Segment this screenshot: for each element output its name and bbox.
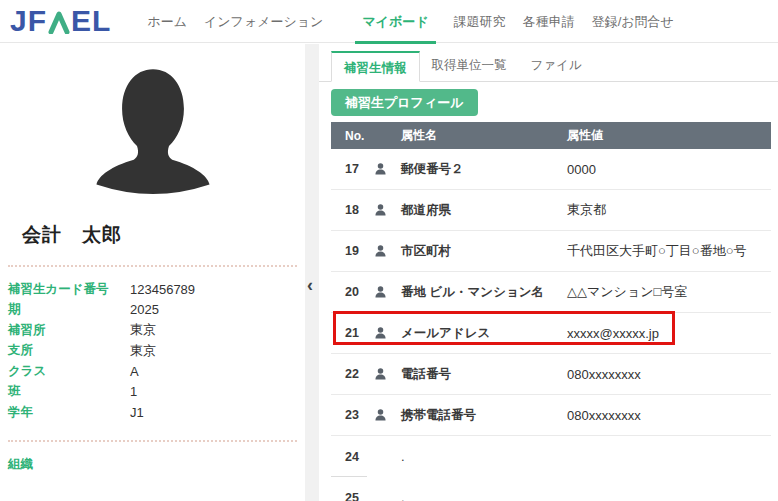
- row-number: 24: [345, 450, 375, 464]
- row-number: 17: [345, 162, 375, 176]
- attribute-value: 080xxxxxxxx: [567, 408, 771, 423]
- attributes-table: No. 属性名 属性値 17 郵便番号２ 0000 18 都道府県 東京都: [331, 122, 771, 501]
- logo-caret-icon: [48, 10, 70, 34]
- attribute-value: xxxxx@xxxxx.jp: [567, 326, 771, 341]
- profile-name: 会計 太郎: [22, 222, 305, 248]
- jfael-logo[interactable]: JF EL: [10, 6, 111, 36]
- page: JF EL ホーム インフォメーション マイボード 課題研究 各種申請 登録/お…: [0, 0, 778, 501]
- profile-field-row: 補習所 東京: [8, 320, 297, 341]
- person-silhouette-icon: [89, 52, 217, 208]
- field-label: 学年: [8, 404, 130, 421]
- dotted-divider: [8, 265, 297, 267]
- nav-item[interactable]: マイボード: [362, 0, 428, 43]
- logo-text-jf: JF: [10, 6, 47, 36]
- person-icon: [375, 327, 401, 339]
- nav-item-label: 各種申請: [523, 14, 575, 29]
- field-value: J1: [130, 405, 144, 420]
- logo-text-el: EL: [71, 6, 111, 36]
- nav-item-label: ホーム: [147, 14, 187, 29]
- profile-field-row: 期 2025: [8, 300, 297, 321]
- attribute-name: 電話番号: [401, 366, 567, 383]
- table-row: 23 携帯電話番号 080xxxxxxxx: [331, 395, 771, 436]
- attribute-value: 0000: [567, 162, 771, 177]
- attribute-value: 080xxxxxxxx: [567, 367, 771, 382]
- person-icon: [375, 368, 401, 380]
- table-body: 17 郵便番号２ 0000 18 都道府県 東京都 19: [331, 149, 771, 501]
- field-label: 補習所: [8, 322, 130, 339]
- sidebar-collapse-strip: ‹: [305, 44, 319, 501]
- profile-field-row: 班 1: [8, 382, 297, 403]
- tab[interactable]: ファイル: [519, 50, 594, 81]
- tab-label: 補習生情報: [344, 61, 407, 75]
- profile-sidebar: 会計 太郎 補習生カード番号 123456789 期 2025 補習所 東京 支…: [0, 44, 305, 501]
- field-value: 東京: [130, 342, 156, 360]
- table-row: 20 番地 ビル・マンション名 △△マンション□号室: [331, 272, 771, 313]
- profile-field-row: 補習生カード番号 123456789: [8, 279, 297, 300]
- person-icon: [375, 286, 401, 298]
- nav-item-label: インフォメーション: [204, 14, 323, 29]
- nav-item[interactable]: 課題研究: [454, 0, 506, 43]
- attribute-name: 携帯電話番号: [401, 407, 567, 424]
- field-label: 支所: [8, 342, 130, 359]
- field-value: 123456789: [130, 282, 195, 297]
- nav-item[interactable]: 各種申請: [523, 0, 575, 43]
- attribute-value: △△マンション□号室: [567, 283, 771, 301]
- row-number: 25: [345, 491, 375, 501]
- tab-bar: 補習生情報 取得単位一覧 ファイル: [319, 47, 778, 82]
- tab-label: 取得単位一覧: [432, 58, 507, 72]
- person-icon: [375, 163, 401, 175]
- profile-fields: 補習生カード番号 123456789 期 2025 補習所 東京 支所 東京 ク…: [8, 279, 297, 423]
- avatar: [89, 52, 217, 208]
- attribute-value: 千代田区大手町○丁目○番地○号: [567, 242, 771, 260]
- top-navbar: JF EL ホーム インフォメーション マイボード 課題研究 各種申請 登録/お…: [0, 0, 778, 43]
- attribute-name: 都道府県: [401, 202, 567, 219]
- field-value: 1: [130, 384, 137, 399]
- attribute-name: 郵便番号２: [401, 161, 567, 178]
- collapse-chevron-icon[interactable]: ‹: [307, 276, 313, 294]
- field-label: クラス: [8, 363, 130, 380]
- attribute-value: .: [401, 449, 567, 464]
- tab-label: ファイル: [531, 58, 582, 72]
- tab[interactable]: 取得単位一覧: [420, 50, 519, 81]
- nav-item-label: 課題研究: [454, 14, 506, 29]
- attribute-name: 市区町村: [401, 243, 567, 260]
- tab[interactable]: 補習生情報: [331, 51, 420, 82]
- person-icon: [375, 204, 401, 216]
- header-no: No.: [345, 129, 375, 143]
- table-row: 21 メールアドレス xxxxx@xxxxx.jp: [331, 313, 771, 354]
- attribute-name: メールアドレス: [401, 325, 567, 342]
- profile-field-row: クラス A: [8, 361, 297, 382]
- main-content: 補習生情報 取得単位一覧 ファイル 補習生プロフィール No. 属性名 属性値 …: [319, 44, 778, 501]
- field-value: 2025: [130, 302, 159, 317]
- person-icon: [375, 409, 401, 421]
- table-row: 24 . .: [331, 436, 771, 477]
- row-number: 20: [345, 285, 375, 299]
- header-attribute-name: 属性名: [401, 127, 567, 144]
- nav-menu: ホーム インフォメーション マイボード 課題研究 各種申請 登録/お問合せ: [147, 0, 674, 43]
- nav-item[interactable]: 登録/お問合せ: [592, 0, 674, 43]
- table-row: 19 市区町村 千代田区大手町○丁目○番地○号: [331, 231, 771, 272]
- table-row: 17 郵便番号２ 0000: [331, 149, 771, 190]
- student-profile-button[interactable]: 補習生プロフィール: [331, 89, 478, 116]
- organization-label: 組織: [8, 456, 305, 473]
- profile-field-row: 支所 東京: [8, 341, 297, 362]
- person-icon: [375, 245, 401, 257]
- row-number: 19: [345, 244, 375, 258]
- nav-item[interactable]: インフォメーション: [204, 0, 323, 43]
- table-header: No. 属性名 属性値: [331, 122, 771, 149]
- nav-item-label: マイボード: [362, 14, 428, 29]
- field-label: 班: [8, 383, 130, 400]
- attribute-name: 番地 ビル・マンション名: [401, 284, 567, 301]
- header-attribute-value: 属性値: [567, 127, 771, 144]
- table-row: 22 電話番号 080xxxxxxxx: [331, 354, 771, 395]
- row-number: 21: [345, 326, 375, 340]
- attribute-value: 東京都: [567, 201, 771, 219]
- field-value: 東京: [130, 321, 156, 339]
- attribute-value: .: [401, 490, 567, 501]
- field-label: 補習生カード番号: [8, 281, 130, 298]
- nav-item[interactable]: ホーム: [147, 0, 187, 43]
- table-row: 25 .: [331, 477, 771, 501]
- row-number: 18: [345, 203, 375, 217]
- nav-item-label: 登録/お問合せ: [592, 14, 674, 29]
- dotted-divider: [8, 440, 297, 442]
